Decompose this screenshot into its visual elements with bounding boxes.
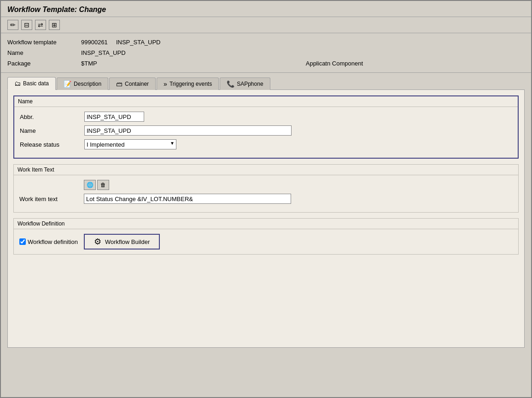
work-item-text-content: 🌐 🗑 Work item text (14, 175, 518, 212)
work-item-text-header: Work Item Text (14, 165, 518, 175)
name-field-row: Name (20, 125, 512, 136)
package-label: Package (7, 59, 81, 68)
tab-triggering-events-label: Triggering events (170, 81, 212, 87)
tab-description[interactable]: 📝 Description (57, 77, 108, 90)
applicatn-label: Applicatn Component (306, 59, 380, 68)
work-item-text-label: Work item text (19, 196, 84, 202)
workflow-def-label-text: Workflow definition (28, 238, 78, 245)
toolbar: ✏ ⊟ ⇄ ⊞ (1, 17, 531, 33)
workflow-def-content: Workflow definition ⚙ Workflow Builder (14, 229, 518, 254)
tab-sapphone-label: SAPphone (237, 81, 263, 87)
transfer-icon[interactable]: ⇄ (35, 20, 46, 30)
page-title: Workflow Template: Change (7, 6, 525, 14)
workflow-builder-icon: ⚙ (94, 237, 101, 247)
delete-text-button[interactable]: 🗑 (97, 180, 109, 190)
tab-basic-data[interactable]: 🗂 Basic data (7, 77, 56, 90)
release-status-select[interactable]: I Implemented R Released O Obsolete (84, 139, 176, 149)
workflow-template-label: Workflow template (7, 38, 81, 47)
tabs-bar: 🗂 Basic data 📝 Description 🗃 Container »… (1, 73, 531, 89)
name-field-label: Name (20, 127, 84, 134)
spacer1 (306, 38, 380, 47)
content-area: Name Abbr. Name Release status (7, 89, 525, 348)
name-section-content: Abbr. Name Release status I Implemented … (14, 107, 518, 158)
tab-triggering-events[interactable]: » Triggering events (157, 77, 219, 90)
description-tab-icon: 📝 (64, 80, 71, 88)
release-status-row: Release status I Implemented R Released … (20, 139, 512, 149)
workflow-definition-section: Workflow Definition Workflow definition … (13, 218, 519, 255)
triggering-events-tab-icon: » (164, 80, 167, 88)
abbr-label: Abbr. (20, 113, 84, 120)
workflow-def-header: Workflow Definition (14, 219, 518, 229)
name-info-label: Name (7, 48, 81, 57)
name-section-header: Name (14, 96, 518, 107)
work-item-text-section: Work Item Text 🌐 🗑 Work item text (13, 164, 519, 213)
release-status-wrapper: I Implemented R Released O Obsolete (84, 139, 176, 149)
object-navigate-icon[interactable]: ⊟ (21, 20, 32, 30)
tab-basic-data-label: Basic data (23, 80, 49, 87)
tab-container-label: Container (125, 81, 149, 87)
workflow-builder-button[interactable]: ⚙ Workflow Builder (84, 234, 160, 249)
edit-icon[interactable]: ✏ (7, 20, 18, 30)
name-input[interactable] (84, 125, 292, 136)
info-section: Workflow template 99900261 INSP_STA_UPD … (1, 33, 531, 73)
container-tab-icon: 🗃 (116, 80, 123, 88)
translate-button[interactable]: 🌐 (84, 180, 96, 190)
abbr-row: Abbr. (20, 112, 512, 122)
split-icon[interactable]: ⊞ (49, 20, 60, 30)
workflow-def-checkbox-label[interactable]: Workflow definition (19, 238, 84, 245)
title-bar: Workflow Template: Change (1, 1, 531, 17)
name-section: Name Abbr. Name Release status (13, 95, 519, 159)
tab-description-label: Description (74, 81, 101, 87)
work-item-text-row: Work item text (19, 194, 513, 204)
workflow-def-checkbox[interactable] (19, 238, 26, 245)
spacer2 (380, 38, 525, 47)
spacer4 (380, 48, 525, 57)
workflow-template-value: 99900261 INSP_STA_UPD (81, 38, 306, 47)
tab-sapphone[interactable]: 📞 SAPphone (220, 77, 270, 90)
workflow-builder-label: Workflow Builder (105, 238, 150, 245)
spacer3 (306, 48, 380, 57)
name-info-value: INSP_STA_UPD (81, 48, 306, 57)
abbr-input[interactable] (84, 112, 144, 122)
applicatn-value (380, 59, 525, 68)
sapphone-tab-icon: 📞 (227, 80, 234, 88)
main-window: Workflow Template: Change ✏ ⊟ ⇄ ⊞ Workfl… (0, 0, 532, 398)
workflow-def-row: Workflow definition ⚙ Workflow Builder (19, 234, 513, 249)
basic-data-tab-icon: 🗂 (14, 80, 21, 87)
work-item-mini-toolbar: 🌐 🗑 (84, 180, 513, 190)
release-status-label: Release status (20, 141, 84, 148)
package-value: $TMP (81, 59, 306, 68)
work-item-text-input[interactable] (84, 194, 291, 204)
tab-container[interactable]: 🗃 Container (109, 77, 156, 90)
